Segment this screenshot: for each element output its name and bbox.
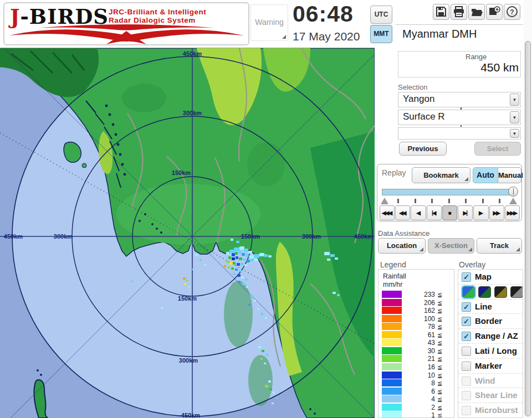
save-button[interactable] bbox=[433, 4, 449, 20]
range-value: 450 km bbox=[460, 61, 519, 74]
manual-button[interactable]: Manual bbox=[498, 167, 521, 183]
warning-button[interactable]: Warning bbox=[250, 4, 288, 41]
legend-swatch bbox=[382, 395, 402, 402]
playback-controls: ◀◀◀◀◀◀|◀■▶|▶▶▶▶▶▶ bbox=[380, 205, 520, 220]
replay-label: Replay bbox=[382, 168, 406, 177]
overlay-item-microburst: Microburst bbox=[458, 403, 523, 418]
auto-button[interactable]: Auto bbox=[473, 167, 498, 183]
svg-text:300km: 300km bbox=[183, 110, 202, 116]
overlay-item-range-az: ✓Range / AZ bbox=[458, 329, 523, 344]
svg-text:300km: 300km bbox=[54, 233, 73, 240]
location-button[interactable]: Location bbox=[378, 238, 426, 254]
previous-button[interactable]: Previous bbox=[399, 142, 447, 156]
legend-swatch bbox=[382, 323, 402, 330]
corner-menu-icon bbox=[420, 247, 423, 251]
legend-value: 162 bbox=[404, 307, 435, 314]
map-style-navy-darkgreen[interactable] bbox=[478, 286, 491, 298]
track-button[interactable]: Track bbox=[477, 238, 522, 254]
slider-end-marker[interactable] bbox=[509, 198, 517, 204]
legend-value: 16 bbox=[404, 363, 435, 371]
overlay-item-line: ✓Line bbox=[458, 300, 523, 314]
legend-swatch bbox=[382, 339, 402, 346]
map-style-dark-olive[interactable] bbox=[494, 286, 507, 298]
overlay-panel: ✓Map✓Line✓Border✓Range / AZLati / LongMa… bbox=[458, 269, 523, 418]
fast-forward-button[interactable]: ▶▶ bbox=[489, 205, 504, 220]
overlay-item-marker: Marker bbox=[458, 359, 523, 374]
range-label: Range bbox=[466, 53, 487, 61]
data-assistance-label: Data Assistance bbox=[378, 229, 429, 238]
logo-subtitle: JRC-Brilliant & Intelligent Radar Dialog… bbox=[109, 8, 206, 24]
selection-dropdown-3[interactable]: ▼ bbox=[398, 127, 521, 140]
chevron-down-icon[interactable]: ▼ bbox=[510, 129, 519, 138]
svg-text:300km: 300km bbox=[179, 357, 198, 364]
legend-value: 30 bbox=[404, 347, 435, 355]
checkbox[interactable]: ✓ bbox=[462, 317, 471, 326]
legend-label: Legend bbox=[380, 260, 406, 269]
selection-dropdown-1[interactable]: Yangon▼ bbox=[398, 92, 521, 107]
legend-unit-line2: mm/hr bbox=[383, 281, 402, 288]
window-edge-bar[interactable] bbox=[525, 41, 531, 416]
legend-value: 100 bbox=[404, 315, 435, 323]
replay-slider[interactable] bbox=[382, 189, 514, 195]
radar-map[interactable]: 450km300km150km450km300km150km300km450km… bbox=[0, 48, 375, 418]
open-icon bbox=[470, 10, 483, 19]
replay-slider-handle[interactable] bbox=[508, 187, 518, 197]
help-button[interactable]: ? bbox=[504, 4, 520, 20]
checkbox[interactable]: ✓ bbox=[462, 332, 471, 341]
legend-swatch bbox=[382, 315, 402, 322]
clock-date: 17 May 2020 bbox=[293, 30, 381, 43]
checkbox[interactable]: ✓ bbox=[462, 302, 471, 312]
checkbox bbox=[462, 391, 471, 400]
save-icon bbox=[435, 10, 447, 19]
selection-dropdown-2[interactable]: Surface R▼ bbox=[398, 110, 521, 125]
checkbox[interactable] bbox=[462, 347, 471, 356]
open-button[interactable] bbox=[468, 4, 485, 20]
utc-button[interactable]: UTC bbox=[370, 6, 392, 24]
checkbox bbox=[462, 376, 471, 386]
overlay-item-shear-line: Shear Line bbox=[458, 388, 523, 403]
svg-text:450km: 450km bbox=[4, 233, 23, 240]
legend-value: 8 bbox=[404, 379, 435, 387]
svg-text:?: ? bbox=[510, 8, 514, 16]
legend-swatch bbox=[382, 404, 402, 411]
mmt-button[interactable]: MMT bbox=[370, 25, 392, 43]
selection-label: Selection bbox=[398, 83, 427, 91]
legend-value: 10 bbox=[404, 371, 435, 379]
checkbox[interactable] bbox=[462, 362, 471, 371]
step-back-button[interactable]: |◀ bbox=[427, 205, 442, 220]
chevron-down-icon[interactable]: ▼ bbox=[510, 111, 519, 123]
bookmark-button[interactable]: Bookmark bbox=[412, 167, 470, 183]
fast-rewind-button[interactable]: ◀◀◀ bbox=[380, 205, 395, 220]
legend-value: 61 bbox=[404, 331, 435, 339]
checkbox[interactable]: ✓ bbox=[462, 272, 471, 282]
overlay-item-map: ✓Map bbox=[458, 270, 523, 285]
capture-button[interactable] bbox=[486, 4, 503, 20]
play-button[interactable]: ▶ bbox=[473, 205, 488, 220]
stop-button[interactable]: ■ bbox=[442, 205, 457, 220]
select-button[interactable]: Select bbox=[474, 142, 521, 156]
app-logo: J-BIRDS JRC-Brilliant & Intelligent Rada… bbox=[3, 2, 249, 45]
corner-menu-icon bbox=[464, 177, 468, 181]
svg-text:300km: 300km bbox=[302, 233, 321, 240]
legend-value: 21 bbox=[404, 355, 435, 363]
print-button[interactable] bbox=[451, 4, 467, 20]
chevron-down-icon[interactable]: ▼ bbox=[510, 94, 519, 106]
legend-value: 2 bbox=[404, 404, 435, 411]
svg-text:150km: 150km bbox=[172, 169, 191, 176]
step-forward-button[interactable]: ▶| bbox=[458, 205, 473, 220]
map-style-blue-green[interactable] bbox=[462, 286, 475, 298]
print-icon bbox=[453, 10, 465, 19]
legend-value: 78 bbox=[404, 323, 435, 331]
slider-start-marker[interactable] bbox=[381, 198, 388, 204]
legend-value: 206 bbox=[404, 299, 435, 307]
skip-forward-button[interactable]: ▶▶▶ bbox=[505, 205, 520, 220]
x-section-button[interactable]: X-Section bbox=[428, 238, 474, 254]
rewind-button[interactable]: ◀◀ bbox=[395, 205, 410, 220]
legend-unit-line1: Rainfall bbox=[383, 272, 406, 280]
map-style-dark-gray[interactable] bbox=[510, 286, 523, 298]
legend-value: 43 bbox=[404, 339, 435, 347]
overlay-item-wind: Wind bbox=[458, 374, 523, 389]
overlay-item-lati-long: Lati / Long bbox=[458, 344, 523, 359]
play-reverse-button[interactable]: ◀ bbox=[411, 205, 426, 220]
legend-swatch bbox=[382, 347, 402, 354]
